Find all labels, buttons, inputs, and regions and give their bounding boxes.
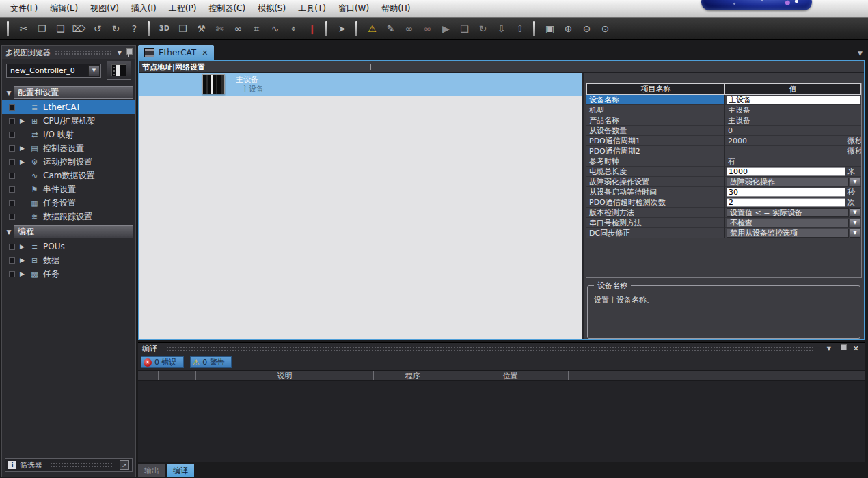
property-value-input[interactable]: [727, 188, 845, 197]
menu-item-v[interactable]: 视图(V): [84, 0, 125, 17]
3d-view-icon[interactable]: 3D: [155, 20, 174, 37]
warnings-badge[interactable]: ⚠ 0 警告: [190, 356, 232, 368]
undo-icon[interactable]: ↺: [88, 20, 107, 37]
search-icon[interactable]: ⌖: [284, 20, 303, 37]
differential-monitor-icon[interactable]: ∿: [266, 20, 284, 37]
error-list-icon[interactable]: ❙: [303, 20, 321, 37]
copy-icon[interactable]: ❐: [33, 20, 51, 37]
menu-item-f[interactable]: 文件(F): [4, 0, 44, 17]
errors-badge[interactable]: ✕ 0 错误: [141, 356, 184, 368]
popout-icon[interactable]: ↗: [120, 460, 129, 470]
expand-arrow-icon[interactable]: ▶: [18, 243, 26, 250]
property-value-input[interactable]: [727, 96, 860, 104]
upload-from-controller-icon[interactable]: ⇧: [511, 20, 529, 37]
sidebar-item--[interactable]: ▶▩任务: [2, 267, 135, 281]
tree-item-checkbox[interactable]: [9, 104, 15, 111]
tree-item-checkbox[interactable]: [9, 244, 15, 250]
chevron-down-icon[interactable]: ▼: [850, 178, 860, 186]
zoom-out-icon[interactable]: ⊖: [578, 20, 596, 37]
sidebar-item--[interactable]: ▶▤控制器设置: [2, 141, 135, 155]
tree-item-checkbox[interactable]: [9, 145, 15, 152]
tree-item-checkbox[interactable]: [9, 132, 15, 138]
sidebar-item-cpu-[interactable]: ▶⊞CPU/扩展机架: [2, 114, 135, 128]
expand-arrow-icon[interactable]: ▶: [18, 158, 26, 165]
tree-item-checkbox[interactable]: [9, 257, 15, 264]
property-value-input[interactable]: [727, 167, 845, 176]
menu-item-i[interactable]: 插入(I): [125, 0, 163, 17]
chevron-down-icon[interactable]: ▼: [4, 89, 14, 96]
tree-section-0[interactable]: ▼配置和设置: [4, 86, 133, 99]
filter-bar[interactable]: i 筛选器 ↗: [5, 458, 133, 472]
close-icon[interactable]: ✕: [851, 344, 861, 353]
tree-section-1[interactable]: ▼编程: [4, 225, 133, 238]
zoom-100-icon[interactable]: ⊙: [596, 20, 614, 37]
tree-item-checkbox[interactable]: [9, 271, 15, 277]
expand-arrow-icon[interactable]: ▶: [18, 117, 26, 124]
sidebar-item-i-o-[interactable]: ⇄I/O 映射: [2, 128, 135, 141]
synchronize-icon[interactable]: ↻: [474, 20, 492, 37]
stop-monitor-icon[interactable]: ∞: [418, 20, 437, 37]
pin-icon[interactable]: [840, 344, 846, 353]
menu-item-w[interactable]: 窗口(W): [332, 0, 375, 17]
build-icon[interactable]: ⚒: [192, 20, 211, 37]
tree-item-checkbox[interactable]: [9, 214, 15, 220]
monitor-icon[interactable]: ∞: [400, 20, 418, 37]
bottom-tab-output[interactable]: 输出: [138, 464, 165, 477]
menu-item-t[interactable]: 工具(T): [292, 0, 332, 17]
tree-item-checkbox[interactable]: [9, 118, 15, 124]
go-online-icon[interactable]: ⚠: [363, 20, 381, 37]
menu-item-s[interactable]: 模拟(S): [252, 0, 292, 17]
menu-item-c[interactable]: 控制器(C): [202, 0, 252, 17]
property-value-dropdown[interactable]: 禁用从设备监控选项: [727, 229, 849, 238]
io-monitor-icon[interactable]: ⌗: [247, 20, 266, 37]
sidebar-item--[interactable]: ▶⚙运动控制设置: [2, 155, 135, 169]
panel-menu-icon[interactable]: ▼: [824, 346, 834, 352]
delete-icon[interactable]: ⌦: [70, 20, 88, 37]
close-icon[interactable]: ✕: [200, 48, 208, 57]
menu-item-p[interactable]: 工程(P): [163, 0, 203, 17]
property-value-dropdown[interactable]: 故障弱化操作: [727, 178, 849, 186]
tree-item-checkbox[interactable]: [9, 200, 15, 206]
help-icon[interactable]: ?: [125, 20, 144, 37]
sidebar-item-cam-[interactable]: ∿Cam数据设置: [2, 169, 135, 182]
tree-item-checkbox[interactable]: [9, 159, 15, 165]
controller-view-button[interactable]: [107, 61, 131, 80]
run-mode-icon[interactable]: ▶: [437, 20, 455, 37]
watch-window-icon[interactable]: ∞: [229, 20, 247, 37]
chevron-down-icon[interactable]: ▼: [850, 208, 860, 217]
property-value-dropdown[interactable]: 不检查: [727, 219, 849, 227]
tree-item-checkbox[interactable]: [9, 173, 15, 179]
sidebar-item--[interactable]: ▦任务设置: [2, 196, 135, 210]
sidebar-item--[interactable]: ▶⊟数据: [2, 253, 135, 267]
edit-pointer-icon[interactable]: ➤: [333, 20, 351, 37]
chevron-down-icon[interactable]: ▼: [850, 219, 860, 227]
cascade-windows-icon[interactable]: ❒: [174, 20, 192, 37]
tab-list-chevron-icon[interactable]: ▼: [858, 50, 863, 57]
tree-item-checkbox[interactable]: [9, 186, 15, 193]
expand-arrow-icon[interactable]: ▶: [18, 145, 26, 152]
sidebar-item-pous[interactable]: ▶≡POUs: [2, 240, 135, 253]
property-value-input[interactable]: [727, 198, 845, 207]
panel-menu-icon[interactable]: ▼: [115, 50, 124, 56]
expand-arrow-icon[interactable]: ▶: [18, 257, 26, 264]
expand-arrow-icon[interactable]: ▶: [18, 270, 26, 277]
chevron-down-icon[interactable]: ▼: [88, 65, 100, 76]
bottom-tab-build[interactable]: 编译: [167, 464, 194, 477]
tab-ethercat[interactable]: EtherCAT ✕: [138, 45, 214, 60]
controller-select[interactable]: new_Controller_0 ▼: [6, 64, 101, 78]
menu-item-h[interactable]: 帮助(H): [375, 0, 416, 17]
sidebar-item--[interactable]: ⚑事件设置: [2, 182, 135, 196]
column-separator[interactable]: [370, 64, 371, 70]
program-mode-icon[interactable]: ❑: [455, 20, 474, 37]
chevron-down-icon[interactable]: ▼: [850, 229, 860, 238]
sidebar-item--[interactable]: ≋数据跟踪设置: [2, 210, 135, 223]
go-offline-icon[interactable]: ✎: [381, 20, 400, 37]
menu-item-e[interactable]: 编辑(E): [44, 0, 84, 17]
download-to-controller-icon[interactable]: ⇩: [492, 20, 511, 37]
redo-icon[interactable]: ↻: [107, 20, 125, 37]
paste-icon[interactable]: ❏: [51, 20, 70, 37]
master-device-row[interactable]: 主设备 主设备: [139, 73, 582, 96]
property-value-dropdown[interactable]: 设置值 < = 实际设备: [727, 208, 849, 217]
sidebar-item-ethercat[interactable]: ≣EtherCAT: [2, 100, 135, 114]
zoom-in-icon[interactable]: ⊕: [559, 20, 578, 37]
